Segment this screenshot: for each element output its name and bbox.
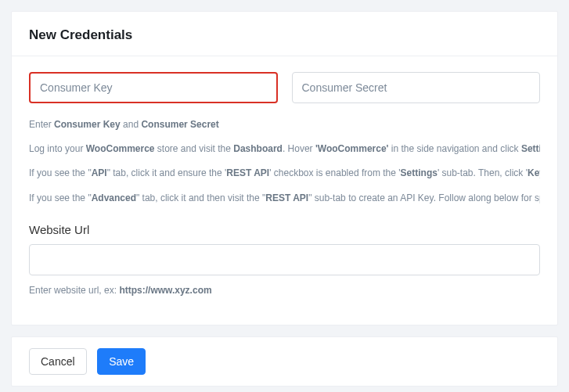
action-bar: Cancel Save <box>11 336 558 387</box>
website-url-label: Website Url <box>29 223 540 236</box>
consumer-key-input[interactable] <box>29 72 278 103</box>
website-url-input[interactable] <box>29 244 540 275</box>
helper-line-3: If you see the "API" tab, click it and e… <box>29 166 540 181</box>
key-secret-row <box>29 72 540 103</box>
consumer-secret-input[interactable] <box>292 72 541 103</box>
helper-line-2: Log into your WooCommerce store and visi… <box>29 142 540 156</box>
cancel-button[interactable]: Cancel <box>29 348 87 375</box>
helper-line-1: Enter Consumer Key and Consumer Secret <box>29 117 540 132</box>
save-button[interactable]: Save <box>97 348 146 375</box>
helper-line-4: If you see the "Advanced" tab, click it … <box>29 191 540 206</box>
page-title: New Credentials <box>12 27 540 43</box>
website-url-helper: Enter website url, ex: https://www.xyz.c… <box>29 283 540 298</box>
credentials-card: New Credentials Enter Consumer Key and C… <box>11 11 558 325</box>
